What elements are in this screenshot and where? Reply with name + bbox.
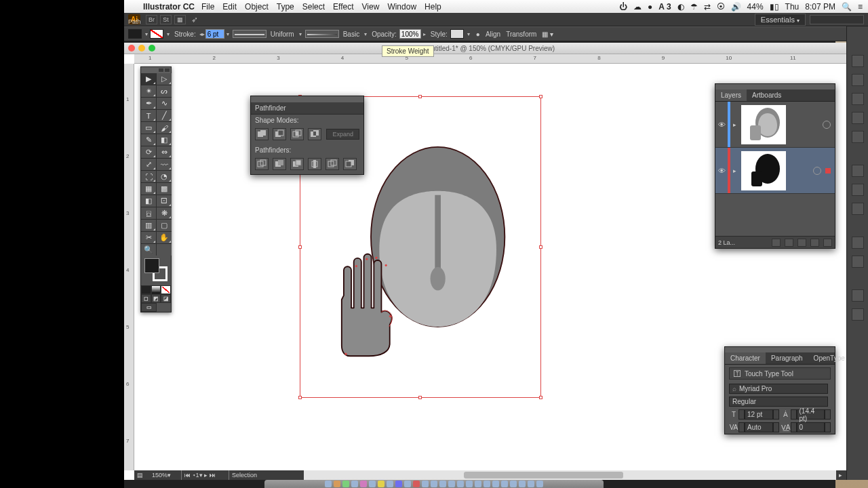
selection-tool[interactable]: ▶ [141, 73, 156, 85]
notification-center-icon[interactable]: ≡ [858, 2, 863, 12]
stroke-swatch[interactable] [150, 29, 163, 39]
mesh-tool[interactable]: ▩ [157, 183, 172, 195]
eyedropper-tool[interactable]: ⚀ [157, 195, 172, 207]
dock-libraries-icon[interactable] [852, 308, 864, 321]
color-mode-button[interactable] [141, 285, 151, 294]
menu-help[interactable]: Help [425, 2, 441, 12]
menu-extra-icon[interactable]: ◐ [677, 2, 684, 12]
menu-extra-icon[interactable]: A 3 [658, 2, 671, 12]
dock-brushes-icon[interactable] [852, 112, 864, 124]
spotlight-icon[interactable]: 🔍 [842, 2, 852, 12]
unite-button[interactable] [255, 128, 269, 140]
visibility-toggle-icon[interactable]: 👁 [715, 121, 728, 129]
lasso-tool[interactable]: ᔕ [157, 85, 172, 97]
font-size-input[interactable]: 12 pt [745, 409, 773, 420]
arrange-docs-icon[interactable]: ▦ [174, 15, 186, 24]
free-transform-tool[interactable]: ⛶ [141, 171, 156, 182]
menu-select[interactable]: Select [302, 2, 325, 12]
divide-button[interactable] [255, 158, 269, 170]
volume-icon[interactable]: 🔊 [731, 2, 741, 12]
dock-color-icon[interactable] [852, 55, 864, 67]
line-segment-tool[interactable]: ╱ [157, 110, 172, 121]
zoom-level-input[interactable]: 150% ▾ [149, 470, 182, 480]
menu-window[interactable]: Window [387, 2, 416, 12]
leading-input[interactable]: (14.4 pt) [797, 409, 825, 420]
blend-tool[interactable]: ⌼ [141, 207, 156, 219]
font-family-input[interactable]: Myriad Pro [729, 384, 828, 394]
scale-tool[interactable]: ⤢ [141, 159, 156, 170]
tracking-input[interactable]: 0 [797, 422, 825, 432]
none-mode-button[interactable] [161, 285, 171, 294]
transform-link[interactable]: Transform [506, 30, 536, 38]
draw-behind-button[interactable]: ◩ [151, 294, 161, 303]
dock-stroke-icon[interactable] [852, 165, 864, 177]
menu-extra-icon[interactable]: ⇄ [704, 2, 711, 12]
variable-width-profile[interactable] [233, 30, 267, 38]
magic-wand-tool[interactable]: ✴ [141, 85, 156, 97]
rectangle-tool[interactable]: ▭ [141, 122, 156, 134]
pathfinder-tab[interactable]: Pathfinder [251, 102, 363, 115]
menu-edit[interactable]: Edit [222, 2, 237, 12]
direct-selection-tool[interactable]: ▷ [157, 73, 172, 85]
wifi-icon[interactable]: ⦿ [717, 2, 725, 12]
brush-definition[interactable] [305, 30, 339, 38]
dock-graphic-styles-icon[interactable] [852, 256, 864, 268]
dock-gradient-icon[interactable] [852, 184, 864, 196]
graphic-style[interactable] [450, 29, 464, 39]
layer-disclosure-icon[interactable]: ▸ [730, 121, 738, 128]
zoom-tool[interactable]: 🔍 [141, 244, 156, 256]
pencil-tool[interactable]: ✎ [141, 134, 156, 146]
help-search-input[interactable] [810, 15, 864, 24]
dock-swatches-icon[interactable] [852, 93, 864, 105]
touch-type-button[interactable]: 🅃 Touch Type Tool [729, 367, 831, 380]
rotate-tool[interactable]: ⟳ [141, 146, 156, 158]
make-clipping-mask-icon[interactable] [785, 239, 793, 247]
artboard-tool[interactable]: ▢ [157, 220, 172, 231]
column-graph-tool[interactable]: ▥ [141, 220, 156, 231]
fill-box[interactable] [144, 258, 159, 273]
stock-icon[interactable]: St [160, 15, 172, 24]
tab-paragraph[interactable]: Paragraph [766, 352, 808, 364]
screen-mode-button[interactable]: ▭ [141, 303, 157, 312]
tab-artboards[interactable]: Artboards [747, 89, 787, 101]
workspace-switcher[interactable]: Essentials ▾ [755, 14, 806, 26]
delete-layer-icon[interactable] [823, 239, 832, 247]
dock-color-guide-icon[interactable] [852, 74, 864, 86]
layer-thumbnail[interactable] [741, 151, 786, 190]
dock-appearance-icon[interactable] [852, 237, 864, 249]
panel-close-icon[interactable] [159, 68, 163, 72]
trim-button[interactable] [273, 158, 286, 170]
ruler-horizontal[interactable]: 1 2 3 4 5 6 7 8 9 10 11 [134, 54, 847, 64]
tab-character[interactable]: Character [725, 352, 766, 364]
draw-inside-button[interactable]: ◪ [161, 294, 171, 303]
layer-row[interactable]: 👁 ▸ [715, 148, 835, 194]
outline-button[interactable] [326, 158, 339, 170]
menu-type[interactable]: Type [277, 2, 294, 12]
battery-icon[interactable]: ▮▯ [770, 2, 779, 12]
merge-button[interactable] [290, 158, 304, 170]
hand-tool[interactable]: ✋ [157, 232, 172, 243]
menu-extra-icon[interactable]: ☂ [690, 2, 698, 12]
shape-builder-tool[interactable]: ◔ [157, 171, 172, 182]
layer-thumbnail[interactable] [741, 105, 786, 144]
minus-front-button[interactable] [273, 128, 286, 140]
dock-symbols-icon[interactable] [852, 131, 864, 143]
symbol-sprayer-tool[interactable]: ❋ [157, 207, 172, 219]
new-layer-icon[interactable] [810, 239, 819, 247]
artboard-nav[interactable]: ⏮ ◂ 1 ▾ ▸ ⏭ [182, 470, 229, 480]
width-tool[interactable]: 〰 [157, 159, 172, 170]
font-style-input[interactable]: Regular [729, 396, 828, 407]
exclude-button[interactable] [308, 128, 321, 140]
menu-extra-icon[interactable]: ● [648, 2, 652, 12]
intersect-button[interactable] [290, 128, 304, 140]
menu-effect[interactable]: Effect [333, 2, 353, 12]
panel-collapse-icon[interactable] [165, 68, 170, 72]
menu-file[interactable]: File [201, 2, 214, 12]
dock-layers-icon[interactable] [852, 289, 864, 302]
menu-extra-icon[interactable]: ☁ [633, 2, 642, 12]
type-tool[interactable]: T [141, 110, 156, 121]
paintbrush-tool[interactable]: 🖌 [157, 122, 172, 134]
gradient-tool[interactable]: ◧ [141, 195, 156, 207]
fill-stroke-control[interactable] [141, 256, 171, 285]
stroke-weight-input[interactable]: 6 pt [205, 29, 224, 39]
